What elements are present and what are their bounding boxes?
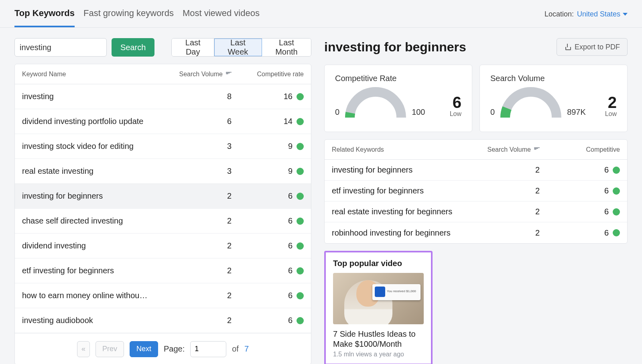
- cell-related-keyword: investing for beginners: [332, 165, 459, 175]
- table-header: Keyword Name Search Volume Competitive r…: [15, 64, 311, 84]
- table-row[interactable]: how to earn money online withou…26: [15, 283, 311, 308]
- cell-volume: 3: [163, 142, 232, 151]
- time-range-group: Last DayLast WeekLast Month: [171, 38, 311, 57]
- table-row[interactable]: investing816: [15, 84, 311, 109]
- top-tabs: Top KeywordsFast growing keywordsMost vi…: [14, 8, 260, 27]
- export-icon: [564, 44, 571, 50]
- table-row[interactable]: investing audiobook26: [15, 308, 311, 333]
- status-dot-icon: [297, 317, 304, 324]
- cell-volume: 2: [163, 191, 232, 201]
- table-row[interactable]: investing for beginners26: [15, 184, 311, 209]
- col-search-volume[interactable]: Search Volume: [163, 71, 232, 78]
- search-button[interactable]: Search: [112, 38, 154, 57]
- cell-competitive: 16: [232, 92, 304, 101]
- video-card-title: Top popular video: [333, 259, 424, 268]
- video-meta: 1.5 mln views a year ago: [333, 351, 424, 358]
- cell-volume: 2: [163, 216, 232, 226]
- cell-volume: 2: [163, 241, 232, 250]
- sort-icon: [534, 147, 540, 152]
- status-dot-icon: [613, 167, 620, 174]
- tab-most-viewed-videos[interactable]: Most viewed videos: [183, 8, 260, 27]
- gauge-title: Competitive Rate: [335, 74, 461, 83]
- location-value[interactable]: United States: [577, 10, 628, 18]
- cell-related-keyword: real estate investing for beginners: [332, 207, 459, 216]
- related-row[interactable]: etf investing for beginners26: [325, 181, 627, 201]
- cell-volume: 2: [163, 291, 232, 300]
- cell-competitive: 6: [232, 316, 304, 325]
- video-title: 7 Side Hustles Ideas to Make $1000/Month: [333, 329, 424, 349]
- range-last-week[interactable]: Last Week: [214, 39, 262, 56]
- col-competitive-rate[interactable]: Competitive rate: [232, 71, 304, 78]
- related-row[interactable]: robinhood investing for beginners26: [325, 222, 627, 243]
- page-input[interactable]: [190, 341, 226, 357]
- export-button[interactable]: Export to PDF: [557, 38, 628, 56]
- tab-fast-growing-keywords[interactable]: Fast growing keywords: [83, 8, 174, 27]
- gauges-row: Competitive Rate 0 100 6 Low: [324, 65, 628, 132]
- sort-icon: [226, 72, 232, 77]
- table-row[interactable]: real estate investing39: [15, 159, 311, 184]
- tab-top-keywords[interactable]: Top Keywords: [14, 8, 75, 27]
- volume-gauge-card: Search Volume 0 897K 2 Low: [479, 65, 628, 132]
- status-dot-icon: [613, 229, 620, 236]
- range-last-month[interactable]: Last Month: [262, 39, 311, 56]
- table-row[interactable]: investing stock video for editing39: [15, 134, 311, 159]
- status-dot-icon: [297, 143, 304, 150]
- prev-page-button[interactable]: Prev: [95, 341, 124, 357]
- keywords-table: Keyword Name Search Volume Competitive r…: [14, 64, 311, 364]
- gauge-meter: [343, 85, 408, 118]
- status-dot-icon: [297, 267, 304, 275]
- cell-related-competitive: 6: [540, 186, 620, 195]
- cell-competitive: 9: [232, 167, 304, 176]
- status-dot-icon: [613, 208, 620, 216]
- col-related-volume[interactable]: Search Volume: [459, 146, 540, 153]
- related-row[interactable]: real estate investing for beginners26: [325, 201, 627, 222]
- search-row: Search Last DayLast WeekLast Month: [14, 38, 311, 57]
- status-dot-icon: [297, 193, 304, 200]
- cell-related-volume: 2: [459, 165, 540, 175]
- range-last-day[interactable]: Last Day: [172, 39, 214, 56]
- related-row[interactable]: investing for beginners26: [325, 160, 627, 181]
- cell-keyword: investing audiobook: [22, 316, 163, 325]
- gauge-value: 2: [605, 94, 617, 110]
- cell-volume: 2: [163, 266, 232, 275]
- col-related-competitive[interactable]: Competitive: [540, 146, 620, 153]
- page-total[interactable]: 7: [244, 344, 249, 354]
- gauge-note: Low: [450, 110, 461, 118]
- col-related-volume-label: Search Volume: [487, 146, 531, 153]
- related-keywords-table: Related Keywords Search Volume Competiti…: [324, 139, 628, 244]
- search-input[interactable]: [14, 38, 107, 57]
- table-row[interactable]: dividend investing portfolio update614: [15, 109, 311, 134]
- gauge-min: 0: [335, 108, 339, 118]
- cell-related-competitive: 6: [540, 228, 620, 238]
- table-row[interactable]: etf investing for beginners26: [15, 258, 311, 283]
- detail-header: investing for beginners Export to PDF: [324, 38, 628, 56]
- col-related-name[interactable]: Related Keywords: [332, 146, 459, 153]
- status-dot-icon: [613, 187, 620, 195]
- gauge-title: Search Volume: [490, 74, 617, 83]
- col-volume-label: Search Volume: [179, 71, 223, 78]
- status-dot-icon: [297, 242, 304, 250]
- cell-keyword: investing: [22, 92, 163, 101]
- gauge-max: 100: [412, 108, 425, 118]
- cell-competitive: 6: [232, 241, 304, 250]
- location-selector: Location: United States: [544, 10, 628, 26]
- cell-keyword: investing stock video for editing: [22, 142, 163, 151]
- cell-competitive: 6: [232, 266, 304, 275]
- table-row[interactable]: chase self directed investing26: [15, 209, 311, 234]
- top-video-card[interactable]: Top popular video 7 Side Hustles Ideas t…: [324, 251, 433, 364]
- detail-title: investing for beginners: [324, 40, 466, 55]
- next-page-button[interactable]: Next: [130, 341, 158, 357]
- cell-related-volume: 2: [459, 207, 540, 216]
- status-dot-icon: [297, 93, 304, 100]
- cell-related-volume: 2: [459, 228, 540, 238]
- status-dot-icon: [297, 218, 304, 225]
- first-page-button[interactable]: «: [77, 341, 90, 357]
- table-row[interactable]: dividend investing26: [15, 234, 311, 258]
- col-keyword-name[interactable]: Keyword Name: [22, 71, 163, 78]
- cell-volume: 6: [163, 117, 232, 126]
- status-dot-icon: [297, 118, 304, 125]
- cell-competitive: 6: [232, 291, 304, 300]
- pagination: « Prev Next Page: of 7: [15, 333, 311, 364]
- location-text: United States: [577, 10, 620, 18]
- video-thumbnail: [333, 273, 424, 324]
